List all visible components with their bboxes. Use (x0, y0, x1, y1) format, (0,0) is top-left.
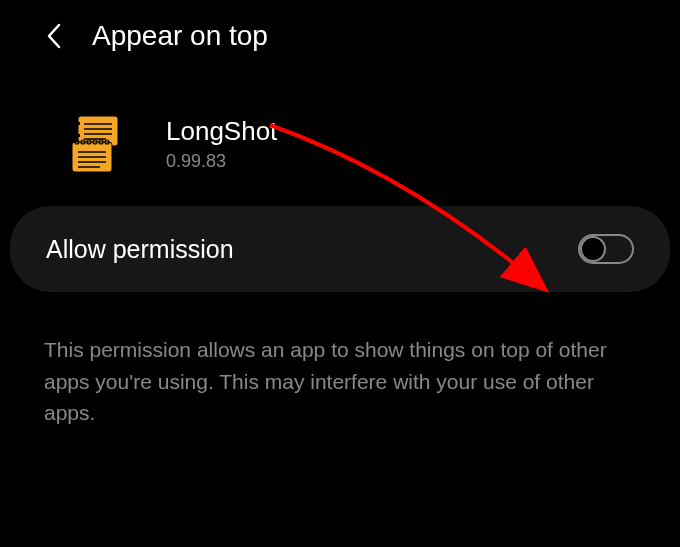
toggle-thumb (580, 236, 606, 262)
svg-rect-2 (74, 134, 80, 137)
app-icon (62, 112, 126, 176)
svg-rect-1 (74, 122, 80, 125)
app-name: LongShot (166, 116, 277, 147)
header: Appear on top (0, 0, 680, 72)
back-button[interactable] (42, 24, 66, 48)
chevron-left-icon (46, 23, 62, 49)
permission-toggle[interactable] (578, 234, 634, 264)
app-info-section: LongShot 0.99.83 (0, 72, 680, 206)
permission-row[interactable]: Allow permission (10, 206, 670, 292)
page-title: Appear on top (92, 20, 268, 52)
permission-description: This permission allows an app to show th… (0, 292, 680, 449)
permission-label: Allow permission (46, 235, 234, 264)
app-details: LongShot 0.99.83 (166, 116, 277, 172)
longshot-app-icon (62, 112, 126, 176)
app-version: 0.99.83 (166, 151, 277, 172)
